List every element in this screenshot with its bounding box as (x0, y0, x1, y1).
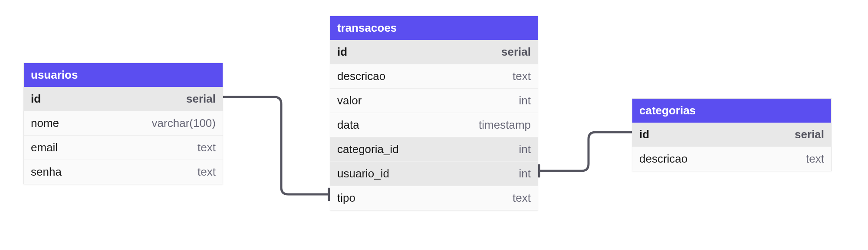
table-row: senha text (24, 160, 223, 184)
column-name: id (639, 128, 649, 141)
column-type: varchar(100) (152, 117, 216, 130)
table-row: usuario_id int (330, 162, 538, 186)
table-header-usuarios: usuarios (24, 63, 223, 87)
column-name: descricao (639, 152, 687, 166)
column-type: int (519, 143, 531, 156)
column-name: senha (31, 165, 62, 179)
column-name: id (337, 45, 347, 59)
table-row: id serial (632, 123, 831, 147)
table-transacoes[interactable]: transacoes id serial descricao text valo… (330, 16, 538, 210)
table-row: descricao text (330, 64, 538, 89)
column-name: categoria_id (337, 143, 399, 156)
column-type: text (513, 191, 531, 205)
table-row: id serial (330, 40, 538, 64)
table-row: valor int (330, 89, 538, 113)
table-row: tipo text (330, 186, 538, 210)
column-name: id (31, 92, 41, 106)
column-type: text (197, 141, 216, 154)
column-name: tipo (337, 191, 355, 205)
column-type: int (519, 167, 531, 180)
column-name: email (31, 141, 58, 154)
table-row: data timestamp (330, 113, 538, 137)
column-name: descricao (337, 70, 385, 83)
table-row: descricao text (632, 147, 831, 171)
column-name: usuario_id (337, 167, 389, 180)
column-type: text (806, 152, 824, 166)
column-type: serial (186, 92, 216, 106)
column-type: serial (501, 45, 531, 59)
column-name: nome (31, 117, 59, 130)
column-type: int (519, 94, 531, 107)
table-row: nome varchar(100) (24, 111, 223, 136)
column-name: valor (337, 94, 362, 107)
column-type: text (513, 70, 531, 83)
table-row: email text (24, 136, 223, 160)
table-usuarios[interactable]: usuarios id serial nome varchar(100) ema… (23, 63, 223, 184)
column-type: serial (795, 128, 824, 141)
column-type: text (197, 165, 216, 179)
table-categorias[interactable]: categorias id serial descricao text (632, 98, 832, 171)
column-name: data (337, 118, 359, 132)
table-header-transacoes: transacoes (330, 16, 538, 40)
table-row: categoria_id int (330, 137, 538, 162)
column-type: timestamp (479, 118, 531, 132)
table-header-categorias: categorias (632, 99, 831, 123)
table-row: id serial (24, 87, 223, 111)
